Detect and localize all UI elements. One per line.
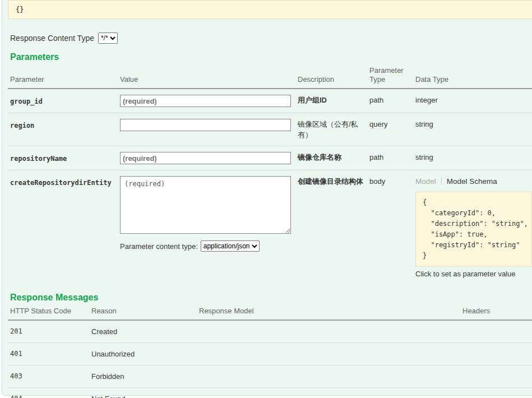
param-type: path: [367, 146, 413, 170]
responses-header-row: HTTP Status Code Reason Response Model H…: [8, 304, 532, 320]
col-response-model: Response Model: [197, 304, 460, 320]
col-value: Value: [118, 64, 295, 89]
col-reason: Reason: [89, 304, 197, 320]
param-name: region: [8, 113, 118, 146]
status-code: 404: [8, 388, 89, 398]
response-class-snippet: {}: [8, 0, 532, 19]
reason: Created: [89, 320, 197, 343]
response-model: [197, 365, 460, 388]
param-type: query: [367, 113, 413, 146]
response-row-403: 403 Forbidden: [8, 365, 532, 388]
status-code: 201: [8, 320, 89, 343]
param-description: 用户组ID: [295, 89, 367, 113]
col-parameter-type: Parameter Type: [367, 64, 413, 89]
parameter-content-type-label: Parameter content type:: [120, 241, 198, 252]
repository-name-input[interactable]: [120, 152, 291, 164]
body-parameter-textarea[interactable]: [120, 176, 291, 234]
col-description: Description: [295, 64, 367, 89]
parameters-table: Parameter Value Description Parameter Ty…: [8, 64, 532, 284]
headers: [460, 365, 532, 388]
param-name: group_id: [8, 89, 118, 113]
parameter-content-type-row: Parameter content type: application/json: [120, 240, 292, 252]
region-input[interactable]: [120, 119, 291, 131]
reason: Unauthorized: [89, 343, 197, 365]
param-row-repository-name: repositoryName 镜像仓库名称 path string: [8, 146, 532, 170]
response-messages-table: HTTP Status Code Reason Response Model H…: [8, 304, 532, 398]
param-description: 镜像区域（公有/私有）: [295, 113, 367, 146]
param-data-type: integer: [413, 89, 532, 113]
headers: [460, 320, 532, 343]
group-id-input[interactable]: [120, 95, 291, 107]
param-type: path: [367, 89, 413, 113]
parameters-header-row: Parameter Value Description Parameter Ty…: [8, 64, 532, 89]
response-content-type-row: Response Content Type */*: [8, 33, 532, 44]
response-row-201: 201 Created: [8, 320, 532, 343]
response-row-404: 404 Not Found: [8, 388, 532, 398]
param-data-type: string: [413, 146, 532, 170]
headers: [460, 343, 532, 365]
param-description: 创建镜像目录结构体: [295, 170, 367, 285]
parameter-content-type-select[interactable]: application/json: [201, 240, 260, 252]
response-row-401: 401 Unauthorized: [8, 343, 532, 365]
response-model: [197, 343, 460, 365]
param-description: 镜像仓库名称: [295, 146, 367, 170]
col-data-type: Data Type: [413, 64, 532, 89]
response-content-type-select[interactable]: */*: [98, 33, 118, 44]
schema-click-hint[interactable]: Click to set as parameter value: [415, 270, 532, 279]
tab-divider: [441, 177, 442, 185]
reason: Forbidden: [89, 365, 197, 388]
operation-content-panel: {} Response Content Type */* Parameters …: [2, 0, 532, 396]
tab-model[interactable]: Model: [415, 177, 436, 186]
model-schema-snippet[interactable]: { "categoryId": 0, "description": "strin…: [415, 192, 532, 267]
param-row-group-id: group_id 用户组ID path integer: [8, 89, 532, 113]
col-headers: Headers: [460, 304, 532, 320]
response-model: [197, 320, 460, 343]
response-messages-heading: Response Messages: [8, 293, 532, 303]
status-code: 403: [8, 365, 89, 388]
model-tabs: ModelModel Schema: [415, 176, 532, 187]
param-data-type: string: [413, 113, 532, 146]
reason: Not Found: [89, 388, 197, 398]
headers: [460, 388, 532, 398]
tab-model-schema[interactable]: Model Schema: [447, 177, 497, 186]
status-code: 401: [8, 343, 89, 365]
param-name: repositoryName: [8, 146, 118, 170]
param-row-region: region 镜像区域（公有/私有） query string: [8, 113, 532, 146]
param-row-create-repositorydir-entity: createRepositorydirEntity Parameter cont…: [8, 170, 532, 285]
param-type: body: [367, 170, 413, 285]
response-content-type-label: Response Content Type: [10, 34, 94, 43]
col-http-status-code: HTTP Status Code: [8, 304, 89, 320]
col-parameter: Parameter: [8, 64, 118, 89]
response-model: [197, 388, 460, 398]
param-name: createRepositorydirEntity: [8, 170, 118, 285]
parameters-heading: Parameters: [8, 52, 532, 62]
